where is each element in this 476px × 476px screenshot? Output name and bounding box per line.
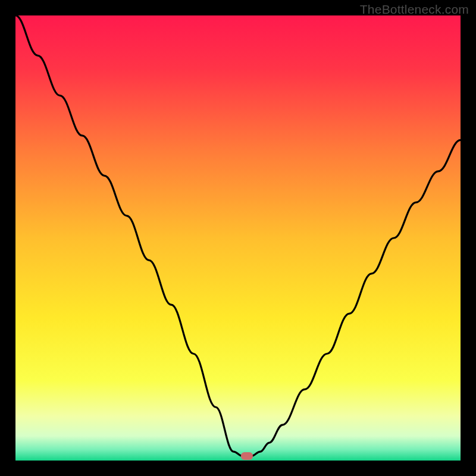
- plot-area: [15, 15, 461, 461]
- chart-frame: TheBottleneck.com: [0, 0, 476, 476]
- chart-svg: [15, 15, 461, 461]
- optimal-point-marker: [241, 452, 253, 460]
- watermark-text: TheBottleneck.com: [360, 2, 469, 17]
